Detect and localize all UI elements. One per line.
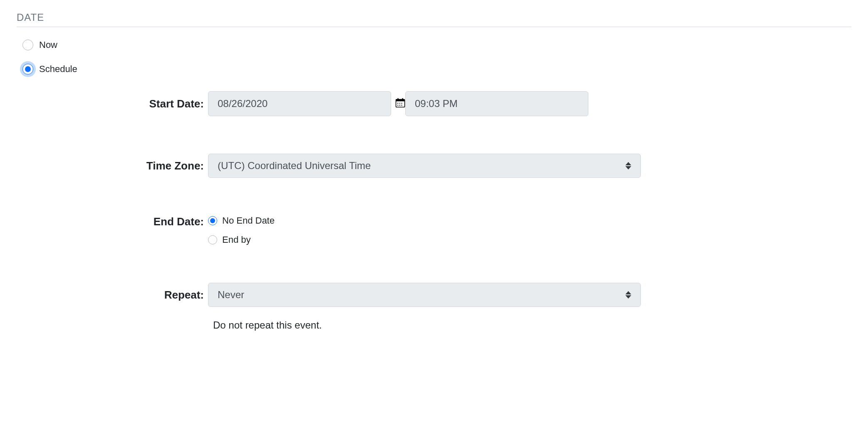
timezone-select[interactable]: (UTC) Coordinated Universal Time [208,154,641,178]
svg-point-4 [397,103,398,104]
radio-dot-icon [210,218,215,223]
repeat-row: Repeat: Never [21,283,851,307]
date-mode-now-row[interactable]: Now [22,40,851,50]
no-end-date-label: No End Date [222,215,275,226]
radio-schedule-label: Schedule [39,64,77,75]
select-caret-icon [625,162,631,169]
radio-dot-icon [25,66,31,72]
svg-point-9 [401,105,402,105]
end-date-end-by-row[interactable]: End by [208,234,275,245]
radio-now-label: Now [39,40,57,50]
date-section: DATE Now Schedule Start Date: [0,0,868,359]
schedule-form: Start Date: [21,91,851,331]
end-date-label: End Date: [21,215,208,228]
radio-no-end-date[interactable] [208,216,217,225]
svg-rect-2 [397,98,399,100]
end-date-no-end-row[interactable]: No End Date [208,215,275,226]
svg-point-6 [401,103,402,104]
section-divider [17,27,851,27]
svg-point-7 [397,105,398,105]
start-date-row: Start Date: [21,91,851,116]
radio-schedule[interactable] [22,64,33,75]
calendar-icon[interactable] [394,97,406,109]
timezone-value: (UTC) Coordinated Universal Time [218,160,371,172]
repeat-select[interactable]: Never [208,283,641,307]
radio-end-by[interactable] [208,235,217,244]
svg-rect-3 [402,98,403,100]
repeat-label: Repeat: [21,289,208,301]
svg-point-5 [399,103,400,104]
svg-point-8 [399,105,400,105]
repeat-value: Never [218,289,244,301]
svg-rect-1 [396,100,405,102]
timezone-label: Time Zone: [21,159,208,172]
repeat-description: Do not repeat this event. [213,319,851,331]
select-caret-icon [625,291,631,299]
start-date-label: Start Date: [21,97,208,110]
start-time-input[interactable] [405,91,588,116]
section-title: DATE [17,12,851,23]
timezone-row: Time Zone: (UTC) Coordinated Universal T… [21,154,851,178]
radio-now[interactable] [22,40,33,50]
start-date-input[interactable] [208,91,391,116]
end-by-label: End by [222,234,251,245]
end-date-options: No End Date End by [208,215,275,245]
end-date-row: End Date: No End Date End by [21,215,851,245]
date-mode-schedule-row[interactable]: Schedule [22,64,851,75]
start-date-controls [208,91,588,116]
